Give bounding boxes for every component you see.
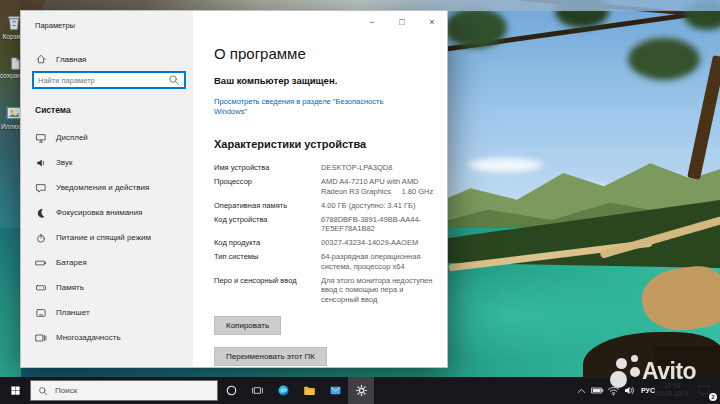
display-icon — [35, 132, 47, 144]
spec-row: Код устройства6788DBFB-3891-49BB-AA44-7E… — [214, 215, 435, 234]
taskview-icon — [251, 384, 264, 397]
battery-icon[interactable] — [591, 384, 604, 397]
close-button[interactable]: × — [417, 11, 447, 33]
sidebar-item-multitask[interactable]: Многозадачность — [21, 325, 193, 350]
taskbar-app-settings[interactable] — [348, 377, 374, 404]
power-icon — [35, 232, 47, 244]
spec-row: Тип системы64-разрядная операционная сис… — [214, 252, 435, 271]
sidebar-item-storage[interactable]: Память — [21, 275, 193, 300]
sound-icon — [35, 157, 47, 169]
settings-icon — [355, 384, 368, 397]
sidebar-item-notifications[interactable]: Уведомления и действия — [21, 175, 193, 200]
spec-value: Для этого монитора недоступен ввод с пом… — [321, 276, 435, 305]
specs-title: Характеристики устройства — [214, 138, 435, 150]
spec-row: Код продукта00327-43234-14029-AAOEM — [214, 238, 435, 248]
system-tray: РУС — [574, 377, 658, 404]
spec-label: Перо и сенсорный ввод — [214, 276, 321, 305]
sidebar-item-home[interactable]: Главная — [35, 53, 86, 65]
explorer-icon — [303, 384, 316, 397]
sidebar-home-label: Главная — [56, 55, 86, 64]
settings-content: − □ × О программе Ваш компьютер защищен.… — [193, 11, 447, 367]
taskbar-app-mail[interactable] — [322, 377, 348, 404]
spec-label: Тип системы — [214, 252, 321, 271]
spec-label: Имя устройства — [214, 163, 321, 173]
spec-row: Имя устройстваDESKTOP-LPA3QD8 — [214, 163, 435, 173]
sidebar-item-label: Память — [56, 283, 84, 292]
sidebar-item-label: Звук — [56, 158, 72, 167]
notification-badge: 2 — [709, 393, 717, 401]
minimize-button[interactable]: − — [357, 11, 387, 33]
start-button[interactable] — [0, 377, 30, 404]
spec-value: AMD A4-7210 APU with AMD Radeon R3 Graph… — [321, 177, 435, 196]
clock-time: 19:59 — [650, 382, 694, 390]
spec-value: 6788DBFB-3891-49BB-AA44-7E5EF78A1B82 — [321, 215, 435, 234]
sidebar-item-tablet[interactable]: Планшет — [21, 300, 193, 325]
desktop-screen: Корзи...сохранё...Иллюс... Параметры Гла… — [0, 0, 720, 404]
settings-search-box — [32, 71, 186, 89]
sidebar-item-label: Питание и спящий режим — [56, 233, 151, 242]
notifications-icon — [35, 182, 47, 194]
sidebar-item-label: Уведомления и действия — [56, 183, 149, 192]
search-icon — [38, 386, 48, 396]
security-link[interactable]: Просмотреть сведения в разделе "Безопасн… — [214, 97, 406, 116]
settings-sidebar: Параметры Главная Система ДисплейЗвукУве… — [21, 11, 193, 367]
taskbar-search-input[interactable] — [53, 385, 217, 396]
focus-icon — [35, 207, 47, 219]
spec-row: ПроцессорAMD A4-7210 APU with AMD Radeon… — [214, 177, 435, 196]
taskbar-apps — [218, 377, 374, 404]
copy-button[interactable]: Копировать — [214, 316, 281, 335]
maximize-button[interactable]: □ — [387, 11, 417, 33]
taskbar-search-box — [30, 380, 218, 401]
taskbar-app-cortana[interactable] — [218, 377, 244, 404]
sidebar-item-focus[interactable]: Фокусировка внимания — [21, 200, 193, 225]
settings-search-input[interactable] — [34, 73, 168, 87]
spec-value: DESKTOP-LPA3QD8 — [321, 163, 435, 173]
spec-label: Код продукта — [214, 238, 321, 248]
settings-window: Параметры Главная Система ДисплейЗвукУве… — [20, 10, 448, 368]
search-icon[interactable] — [168, 74, 180, 86]
clock-date: 05.09.2024 — [650, 390, 694, 398]
edge-icon — [277, 384, 290, 397]
network-icon[interactable] — [607, 384, 620, 397]
mail-icon — [329, 384, 342, 397]
cortana-icon — [225, 384, 238, 397]
sidebar-item-label: Батарея — [56, 258, 87, 267]
spec-row: Перо и сенсорный вводДля этого монитора … — [214, 276, 435, 305]
spec-row: Оперативная память4.00 ГБ (доступно: 3.4… — [214, 201, 435, 211]
rename-pc-button[interactable]: Переименовать этот ПК — [214, 347, 327, 366]
device-specs: Имя устройстваDESKTOP-LPA3QD8ПроцессорAM… — [214, 163, 435, 304]
notification-center-button[interactable]: 2 — [697, 383, 714, 398]
battery-icon — [35, 257, 47, 269]
sidebar-item-sound[interactable]: Звук — [21, 150, 193, 175]
spec-value: 4.00 ГБ (доступно: 3.41 ГБ) — [321, 201, 435, 211]
home-icon — [35, 53, 47, 65]
taskbar-clock[interactable]: 19:59 05.09.2024 — [650, 382, 694, 398]
sidebar-item-display[interactable]: Дисплей — [21, 125, 193, 150]
volume-icon[interactable] — [623, 384, 636, 397]
taskbar-app-explorer[interactable] — [296, 377, 322, 404]
taskbar-app-taskview[interactable] — [244, 377, 270, 404]
spec-value: 64-разрядная операционная система, проце… — [321, 252, 435, 271]
sidebar-section-system: Система — [35, 105, 71, 115]
sidebar-item-battery[interactable]: Батарея — [21, 250, 193, 275]
tray-clock-area: 19:59 05.09.2024 2 — [650, 378, 714, 402]
windows-logo-icon — [10, 385, 21, 396]
taskbar-app-edge[interactable] — [270, 377, 296, 404]
taskbar: РУС — [0, 377, 720, 404]
page-title: О программе — [214, 45, 435, 62]
sidebar-item-label: Фокусировка внимания — [56, 208, 142, 217]
spec-label: Процессор — [214, 177, 321, 196]
spec-label: Код устройства — [214, 215, 321, 234]
sidebar-item-label: Многозадачность — [56, 333, 121, 342]
sidebar-item-power[interactable]: Питание и спящий режим — [21, 225, 193, 250]
sidebar-nav: ДисплейЗвукУведомления и действияФокусир… — [21, 125, 193, 350]
storage-icon — [35, 282, 47, 294]
spec-label: Оперативная память — [214, 201, 321, 211]
multitask-icon — [35, 332, 47, 344]
window-controls: − □ × — [357, 11, 447, 33]
window-title: Параметры — [35, 21, 75, 30]
tablet-icon — [35, 307, 47, 319]
protection-status: Ваш компьютер защищен. — [214, 75, 435, 86]
sidebar-item-label: Планшет — [56, 308, 90, 317]
chevron-up-icon[interactable] — [575, 384, 588, 397]
